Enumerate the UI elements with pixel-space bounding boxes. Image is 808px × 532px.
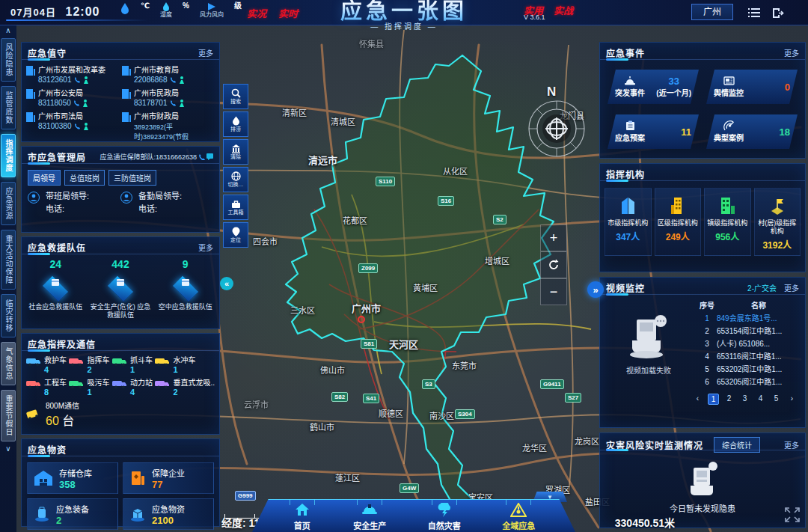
vehicle-stat[interactable]: 救护车4	[26, 356, 69, 374]
person-call-icon[interactable]	[179, 76, 185, 84]
collapse-left-panel-button[interactable]: «	[220, 277, 233, 290]
vehicle-stat[interactable]: 吸污车1	[69, 379, 111, 397]
tab-major-activity-support[interactable]: 重大活动保障	[1, 230, 16, 290]
comprehensive-stats-button[interactable]: 综合统计	[714, 437, 760, 453]
basemap-switch-button[interactable]: 切换…	[223, 167, 248, 192]
toolbox-button[interactable]: 工具箱	[223, 195, 248, 220]
duty-more-link[interactable]: 更多	[198, 47, 213, 58]
rescue-stat[interactable]: 24 社会应急救援队伍	[23, 258, 88, 319]
compass-control[interactable]	[527, 100, 586, 161]
events-more-link[interactable]: 更多	[784, 47, 799, 58]
rescue-stat[interactable]: 442 安全生产(危化) 应急救援队伍	[88, 258, 153, 319]
page-1[interactable]: 1	[708, 394, 719, 405]
camera-row[interactable]: 1849会展东路1号...	[697, 313, 801, 325]
event-stat-cases[interactable]: 典型案例 18	[706, 114, 798, 149]
tab-weather-info[interactable]: 气象信息	[1, 342, 16, 385]
video-more-link[interactable]: 更多	[784, 282, 799, 293]
tool-label: 排涝	[230, 126, 241, 132]
camera-row[interactable]: 3(人卡) 651086...	[697, 338, 801, 351]
locate-button[interactable]: 定位	[223, 222, 248, 248]
rescue-more-link[interactable]: 更多	[198, 242, 213, 253]
event-stat-opinion[interactable]: 舆情监控 0	[706, 70, 798, 104]
page-next[interactable]: ›	[786, 394, 798, 405]
nav-work-safety[interactable]: 安全生产	[353, 501, 386, 531]
camera-row[interactable]: 6653205阅江中路1...	[697, 376, 801, 389]
vehicle-stat[interactable]: 动力站4	[112, 379, 155, 397]
radio-800m-stat[interactable]: 800M通信 60 台	[22, 397, 219, 432]
video-group-tag[interactable]: 2-广交会	[747, 282, 777, 293]
monitor-more-link[interactable]: 更多	[784, 439, 799, 450]
bureau-tab-leaders[interactable]: 局领导	[28, 170, 61, 186]
bureau-hotline[interactable]: 应急通信保障部队:18316662638	[100, 152, 213, 162]
clear-tool-button[interactable]: 清除	[223, 139, 248, 165]
menu-list-icon[interactable]	[747, 5, 762, 20]
command-card-town[interactable]: 镇级指挥机构 956人	[704, 188, 751, 256]
expand-corners-icon[interactable]	[784, 507, 801, 523]
bureau-tab-duty-post[interactable]: 总值班岗	[64, 170, 105, 186]
tab-emergency-resources[interactable]: 应急资源	[1, 182, 16, 225]
phone-icon[interactable]	[170, 100, 177, 106]
tab-disaster-transfer[interactable]: 临灾转移	[1, 294, 16, 337]
compass-north-label: N	[547, 85, 556, 100]
tab-command-dispatch[interactable]: 指挥调度	[1, 134, 16, 177]
tabs-scroll-up[interactable]: ∧	[5, 25, 10, 36]
nav-natural-disaster[interactable]: 自然灾害	[428, 501, 461, 531]
message-icon[interactable]	[206, 153, 213, 160]
vehicle-stat[interactable]: 工程车8	[26, 379, 69, 397]
tabs-scroll-down[interactable]: ∨	[5, 444, 10, 454]
person-call-icon[interactable]	[83, 76, 89, 84]
camera-row[interactable]: 4653116阅江中路1...	[697, 351, 801, 364]
duty-contact[interactable]: 广州市民政局 83178701	[122, 88, 215, 107]
exit-icon[interactable]	[771, 5, 786, 20]
camera-row[interactable]: 2653154阅江中路1...	[697, 325, 801, 338]
zoom-out-button[interactable]: −	[540, 278, 567, 305]
vehicle-stat[interactable]: 水冲车1	[155, 356, 215, 374]
video-placeholder[interactable]: 视频加载失败	[605, 300, 693, 389]
duty-contact[interactable]: 广州市公安局 83118050	[26, 88, 119, 107]
duty-contact[interactable]: 广州市教育局 22086868	[122, 65, 215, 84]
supply-tile[interactable]: 应急装备 2	[27, 498, 118, 530]
command-card-village[interactable]: 村(居)级指挥机构 3192人	[754, 188, 801, 256]
city-selector-button[interactable]: 广州	[691, 4, 733, 20]
camera-row[interactable]: 5653202阅江中路1...	[697, 364, 801, 376]
drainage-tool-button[interactable]: 排涝	[223, 111, 248, 137]
event-stat-plans[interactable]: 应急预案 11	[607, 114, 699, 149]
reset-rotation-button[interactable]	[540, 251, 567, 278]
phone-icon[interactable]	[73, 100, 80, 106]
phone-icon[interactable]	[170, 76, 177, 83]
supply-tile[interactable]: 应急物资 2100	[123, 498, 214, 530]
page-2[interactable]: 2	[723, 394, 735, 405]
duty-contact[interactable]: 广州市财政局 38923892(平时)38923479(节假	[122, 111, 215, 141]
page-3[interactable]: 3	[739, 394, 750, 405]
person-call-icon[interactable]	[179, 100, 185, 107]
phone-icon[interactable]	[74, 123, 81, 129]
tab-supervision-base[interactable]: 监管底数	[1, 86, 16, 129]
nav-home[interactable]: 首页	[293, 501, 312, 531]
zoom-in-button[interactable]: +	[540, 224, 567, 251]
bureau-tab-flood-post[interactable]: 三防值班岗	[108, 170, 156, 186]
vehicle-stat[interactable]: 垂直式龙吸..2	[155, 379, 215, 397]
map-pin-icon	[232, 227, 240, 236]
supply-tile[interactable]: 保障企业 77	[123, 462, 214, 494]
duty-contact[interactable]: 广州市发展和改革委 83123601	[26, 65, 119, 84]
person-call-icon[interactable]	[82, 100, 88, 107]
supply-tile[interactable]: 存储仓库 358	[27, 462, 118, 494]
command-card-city[interactable]: 市级指挥机构 347人	[605, 188, 652, 256]
nav-all-domain-emergency[interactable]: 全域应急	[502, 501, 535, 531]
tab-holidays[interactable]: 重要节假日	[1, 390, 16, 441]
page-5[interactable]: 5	[771, 394, 782, 405]
page-prev[interactable]: ‹	[692, 394, 703, 405]
collapse-right-panel-button[interactable]: »	[587, 281, 604, 298]
event-stat-incidents[interactable]: 突发事件 33 (近一个月)	[607, 70, 699, 104]
rescue-stat[interactable]: 9 空中应急救援队伍	[153, 258, 218, 319]
search-tool-button[interactable]: 搜索	[223, 84, 248, 109]
command-card-district[interactable]: 区级指挥机构 249人	[655, 188, 702, 256]
person-call-icon[interactable]	[83, 123, 89, 130]
vehicle-stat[interactable]: 抓斗车1	[112, 356, 155, 374]
tab-risk-hazards[interactable]: 风险隐患	[1, 38, 16, 82]
phone-icon[interactable]	[198, 153, 205, 160]
phone-icon[interactable]	[74, 76, 81, 83]
vehicle-stat[interactable]: 指挥车2	[69, 356, 111, 374]
page-4[interactable]: 4	[755, 394, 766, 405]
duty-contact[interactable]: 广州市司法局 83100380	[26, 111, 119, 141]
